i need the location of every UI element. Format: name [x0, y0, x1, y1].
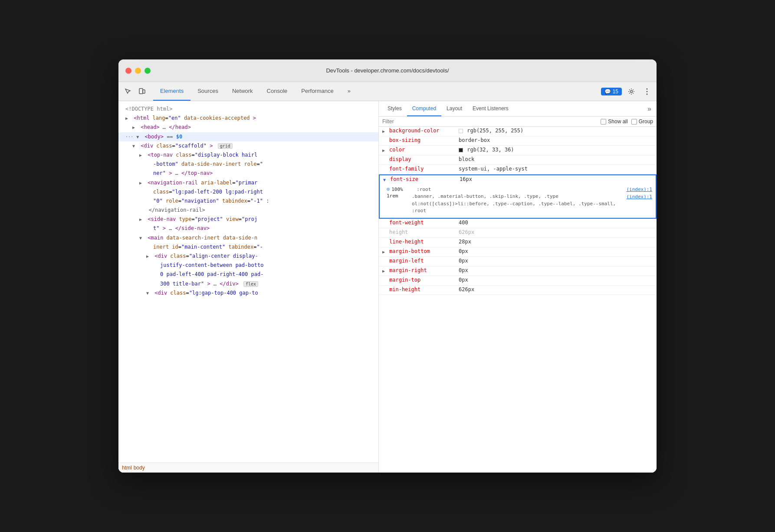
minimize-button[interactable]: [135, 68, 141, 74]
detail-value: 100%: [391, 187, 413, 192]
breadcrumb-html[interactable]: html: [122, 465, 132, 471]
svg-rect-0: [139, 89, 143, 94]
tab-network[interactable]: Network: [225, 82, 260, 101]
font-size-detail-1: ⊙ 100% :root (index):1: [387, 186, 652, 193]
html-line-navrail[interactable]: ▶ <navigation-rail aria-label="primar: [118, 178, 378, 187]
elements-content[interactable]: <!DOCTYPE html> ▶ <html lang="en" data-c…: [118, 101, 378, 463]
html-line-topnav2: -bottom" data-side-nav-inert role=": [118, 160, 378, 169]
devtools-tabs: Elements Sources Network Console Perform…: [153, 82, 358, 101]
prop-margin-bottom[interactable]: ▶ margin-bottom 0px: [379, 247, 657, 257]
svg-point-2: [631, 90, 633, 92]
triangle-icon[interactable]: ▶: [125, 115, 131, 122]
html-line-html[interactable]: ▶ <html lang="en" data-cookies-accepted …: [118, 114, 378, 123]
html-line-topnav[interactable]: ▶ <top-nav class="display-block hairl: [118, 151, 378, 160]
tab-performance[interactable]: Performance: [294, 82, 340, 101]
detail-arrow-icon: ⊙: [387, 186, 390, 192]
detail-source-link[interactable]: (index):1: [626, 187, 652, 192]
expand-triangle-icon[interactable]: ▶: [382, 147, 389, 153]
device-toolbar-button[interactable]: [136, 85, 148, 98]
triangle-icon[interactable]: ▼: [146, 290, 151, 297]
html-line-head[interactable]: ▶ <head> … </head>: [118, 123, 378, 132]
breadcrumb-body[interactable]: body: [134, 465, 145, 471]
tab-event-listeners[interactable]: Event Listeners: [467, 101, 514, 116]
tab-styles[interactable]: Styles: [382, 101, 407, 116]
prop-font-family[interactable]: ▶ font-family system-ui, -apple-syst: [379, 165, 657, 174]
filter-checkboxes: Show all Group: [601, 118, 653, 125]
settings-button[interactable]: [625, 85, 637, 98]
html-line-div-titlebar[interactable]: ▶ <div class="align-center display-: [118, 252, 378, 261]
notification-badge[interactable]: 💬 15: [601, 88, 622, 95]
prop-margin-top[interactable]: ▶ margin-top 0px: [379, 276, 657, 286]
filter-bar: Show all Group: [379, 117, 657, 127]
filter-input[interactable]: [382, 118, 595, 125]
font-size-detail-2: 1rem .banner, .material-button, .skip-li…: [387, 193, 652, 215]
html-line-main[interactable]: ▼ <main data-search-inert data-side-n: [118, 233, 378, 243]
tab-more-styles[interactable]: »: [646, 101, 653, 116]
prop-box-sizing[interactable]: ▶ box-sizing border-box: [379, 136, 657, 146]
show-all-cb[interactable]: [601, 119, 606, 125]
elements-panel: <!DOCTYPE html> ▶ <html lang="en" data-c…: [118, 101, 379, 473]
expand-triangle-icon[interactable]: ▶: [382, 128, 389, 134]
group-checkbox[interactable]: Group: [631, 118, 653, 125]
triangle-icon[interactable]: ▼: [136, 134, 141, 141]
triangle-icon[interactable]: ▼: [139, 235, 144, 242]
tab-layout[interactable]: Layout: [441, 101, 467, 116]
devtools-container: Elements Sources Network Console Perform…: [118, 82, 657, 473]
maximize-button[interactable]: [144, 68, 151, 74]
triangle-icon[interactable]: ▶: [139, 152, 144, 159]
prop-height[interactable]: ▶ height 626px: [379, 228, 657, 238]
html-line-body[interactable]: ··· ▼ <body> == $0: [118, 132, 378, 141]
svg-rect-1: [143, 90, 145, 93]
tab-sources[interactable]: Sources: [190, 82, 225, 101]
show-all-checkbox[interactable]: Show all: [601, 118, 627, 125]
devtools-main: <!DOCTYPE html> ▶ <html lang="en" data-c…: [118, 101, 657, 473]
tab-more[interactable]: »: [341, 82, 358, 101]
prop-line-height[interactable]: ▶ line-height 28px: [379, 238, 657, 247]
svg-point-3: [647, 88, 648, 89]
triangle-icon[interactable]: ▶: [146, 253, 151, 260]
expand-triangle-icon[interactable]: ▼: [383, 176, 390, 182]
html-line-main2: inert id="main-content" tabindex="-: [118, 243, 378, 252]
close-button[interactable]: [125, 68, 131, 74]
detail-source-link-2[interactable]: (index):1: [626, 193, 652, 200]
prop-font-weight[interactable]: ▶ font-weight 400: [379, 219, 657, 228]
tab-computed[interactable]: Computed: [407, 101, 441, 116]
prop-font-size-expanded[interactable]: ▼ font-size 16px ⊙ 100% :root (index):1: [379, 174, 657, 219]
prop-margin-left[interactable]: ▶ margin-left 0px: [379, 257, 657, 266]
expand-triangle-icon[interactable]: ▶: [382, 248, 389, 254]
triangle-icon[interactable]: ▶: [139, 216, 144, 223]
svg-point-5: [647, 93, 648, 95]
html-line-navrail4: </navigation-rail>: [118, 206, 378, 215]
expand-triangle-icon[interactable]: ▶: [382, 267, 389, 273]
prop-color[interactable]: ▶ color rgb(32, 33, 36): [379, 146, 657, 155]
html-line-div-titlebar3: 0 pad-left-400 pad-right-400 pad-: [118, 270, 378, 279]
html-line-topnav3: ner" > … </top-nav>: [118, 169, 378, 178]
prop-min-height[interactable]: ▶ min-height 626px: [379, 286, 657, 295]
prop-display[interactable]: ▶ display block: [379, 155, 657, 165]
html-line-scaffold[interactable]: ▼ <div class="scaffold" > grid: [118, 141, 378, 151]
triangle-icon[interactable]: ▶: [139, 180, 144, 187]
tab-console[interactable]: Console: [260, 82, 295, 101]
more-options-button[interactable]: [641, 85, 653, 98]
triangle-icon[interactable]: ▶: [132, 124, 138, 131]
devtools-window: DevTools - developer.chrome.com/docs/dev…: [118, 59, 657, 473]
prop-background-color[interactable]: ▶ background-color rgb(255, 255, 255): [379, 127, 657, 136]
detail-selector-2: .banner, .material-button, .skip-link, .…: [412, 193, 623, 215]
devtools-toolbar: Elements Sources Network Console Perform…: [118, 82, 657, 101]
toolbar-right: 💬 15: [601, 85, 653, 98]
html-line-sidenav[interactable]: ▶ <side-nav type="project" view="proj: [118, 215, 378, 224]
computed-list[interactable]: ▶ background-color rgb(255, 255, 255) ▶ …: [379, 127, 657, 473]
title-bar: DevTools - developer.chrome.com/docs/dev…: [118, 59, 657, 82]
color-swatch: [459, 148, 463, 152]
prop-margin-right[interactable]: ▶ margin-right 0px: [379, 266, 657, 276]
font-size-header[interactable]: ▼ font-size 16px: [380, 175, 656, 185]
traffic-lights: [125, 68, 151, 74]
triangle-icon[interactable]: ▼: [132, 143, 138, 150]
inspect-element-button[interactable]: [122, 85, 134, 98]
html-line-div-gap[interactable]: ▼ <div class="lg:gap-top-400 gap-to: [118, 289, 378, 298]
html-line-navrail3: "0" role="navigation" tabindex="-1" :: [118, 197, 378, 206]
group-cb[interactable]: [631, 119, 637, 125]
font-size-details: ⊙ 100% :root (index):1 1rem .banner, .ma…: [380, 185, 656, 218]
tab-elements[interactable]: Elements: [153, 82, 190, 101]
styles-panel: Styles Computed Layout Event Listeners »: [379, 101, 657, 473]
